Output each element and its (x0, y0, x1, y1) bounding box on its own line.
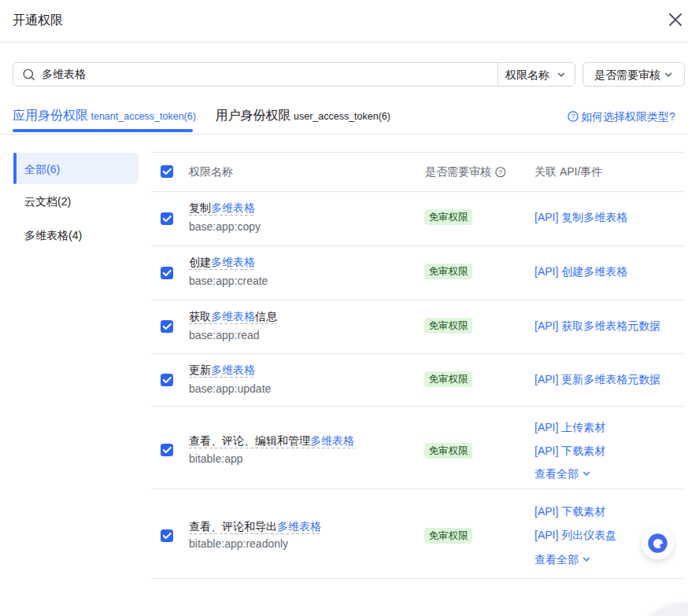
svg-text:?: ? (571, 113, 575, 120)
svg-text:?: ? (498, 168, 502, 176)
